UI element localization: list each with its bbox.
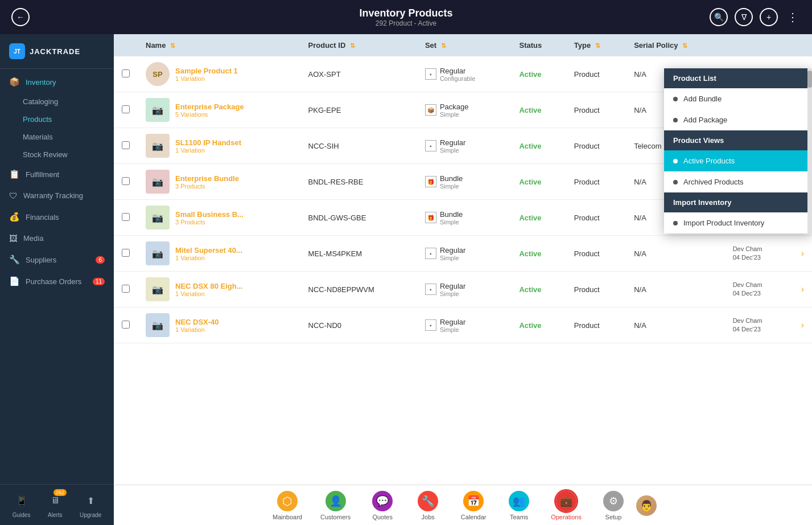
product-name[interactable]: NEC DSX-40	[175, 318, 219, 326]
sidebar-item-inventory[interactable]: 📦 Inventory	[0, 71, 114, 93]
active-products-label: Active Products	[683, 157, 735, 165]
set-type-icon: ▪	[425, 319, 436, 331]
filter-button[interactable]: ∇	[735, 8, 753, 26]
row-checkbox[interactable]	[122, 69, 130, 77]
col-product-id[interactable]: Product ID ⇅	[300, 34, 417, 56]
product-name[interactable]: Small Business B...	[175, 210, 244, 219]
nav-operations[interactable]: 💼 Operations	[542, 489, 591, 523]
row-checkbox[interactable]	[122, 213, 130, 221]
nav-mainboard[interactable]: ⬡ Mainboard	[263, 489, 311, 523]
table-header-row: Name ⇅ Product ID ⇅ Set ⇅ Status Type ⇅ …	[114, 34, 812, 56]
row-status-cell: Active	[511, 307, 566, 343]
product-id-value: MEL-MS4PKEM	[308, 249, 362, 258]
product-name[interactable]: Enterprise Bundle	[175, 174, 239, 183]
add-package-item[interactable]: Add Package	[664, 109, 812, 130]
product-variation[interactable]: 1 Variation	[175, 326, 219, 333]
alerts-button[interactable]: 262 🖥 Alerts	[46, 491, 64, 518]
product-variation[interactable]: 3 Products	[175, 219, 244, 225]
product-avatar: 📷	[146, 313, 170, 337]
serial-policy-value: N/A	[634, 285, 646, 294]
sidebar-item-products[interactable]: Products	[0, 110, 114, 128]
col-type[interactable]: Type ⇅	[566, 34, 626, 56]
back-button[interactable]: ←	[11, 8, 30, 26]
nav-teams[interactable]: 👥 Teams	[496, 489, 542, 523]
product-name[interactable]: NEC DSX 80 Eigh...	[175, 282, 242, 290]
guides-button[interactable]: 📱 Guides	[13, 491, 31, 518]
quotes-icon: 💬	[372, 491, 393, 511]
row-checkbox[interactable]	[122, 105, 130, 113]
add-button[interactable]: +	[760, 8, 778, 26]
row-type-cell: Product	[566, 164, 626, 200]
row-chevron-icon[interactable]: ›	[801, 320, 804, 330]
sidebar-item-stock-review[interactable]: Stock Review	[0, 146, 114, 163]
row-name-cell: 📷 Enterprise Bundle 3 Products	[138, 164, 300, 199]
row-serial-policy-cell: N/A	[626, 236, 725, 272]
sidebar-item-cataloging[interactable]: Cataloging	[0, 93, 114, 110]
sidebar-item-suppliers[interactable]: 🔧 Suppliers 6	[0, 249, 114, 270]
product-variation[interactable]: 1 Variation	[175, 255, 242, 261]
upgrade-button[interactable]: ⬆ Upgrade	[80, 491, 101, 518]
product-variation[interactable]: 1 Variation	[175, 75, 238, 82]
row-name-cell: 📷 NEC DSX 80 Eigh... 1 Variation	[138, 272, 300, 307]
row-checkbox[interactable]	[122, 141, 130, 149]
row-chevron-cell[interactable]: ›	[793, 272, 812, 307]
col-name[interactable]: Name ⇅	[138, 34, 300, 56]
nav-jobs[interactable]: 🔧 Jobs	[405, 489, 451, 523]
search-button[interactable]: 🔍	[710, 8, 728, 26]
row-product-id-cell: BNDL-GWS-GBE	[300, 200, 417, 236]
inventory-icon: 📦	[9, 77, 20, 87]
set-sub-label: Simple	[440, 111, 469, 118]
product-name[interactable]: Mitel Superset 40...	[175, 246, 242, 255]
row-chevron-icon[interactable]: ›	[801, 284, 804, 294]
product-variation[interactable]: 5 Variations	[175, 111, 244, 118]
add-bundle-item[interactable]: Add Bundle	[664, 88, 812, 109]
set-sub-label: Simple	[440, 255, 466, 261]
sidebar-item-financials[interactable]: 💰 Financials	[0, 206, 114, 228]
col-serial-policy[interactable]: Serial Policy ⇅	[626, 34, 725, 56]
nav-calendar[interactable]: 📅 Calendar	[451, 489, 496, 523]
product-id-value: NCC-SIH	[308, 142, 339, 150]
row-chevron-cell[interactable]: ›	[793, 307, 812, 343]
row-chevron-cell[interactable]: ›	[793, 236, 812, 272]
row-type-cell: Product	[566, 200, 626, 236]
sidebar-item-materials[interactable]: Materials	[0, 128, 114, 146]
nav-quotes[interactable]: 💬 Quotes	[360, 489, 405, 523]
row-chevron-icon[interactable]: ›	[801, 248, 804, 258]
warranty-label: Warranty Tracking	[23, 191, 83, 200]
sidebar-item-fulfillment[interactable]: 📋 Fulfillment	[0, 163, 114, 185]
purchase-orders-icon: 📄	[9, 276, 20, 286]
financials-icon: 💰	[9, 212, 20, 222]
sidebar-item-warranty-tracking[interactable]: 🛡 Warranty Tracking	[0, 185, 114, 206]
row-checkbox[interactable]	[122, 285, 130, 293]
page-title: Inventory Products	[359, 7, 452, 19]
row-checkbox[interactable]	[122, 321, 130, 329]
set-info: 🎁 Bundle Simple	[425, 210, 504, 225]
active-products-item[interactable]: Active Products	[664, 150, 812, 171]
upgrade-icon: ⬆	[81, 491, 100, 510]
col-set[interactable]: Set ⇅	[417, 34, 512, 56]
operations-label: Operations	[551, 514, 582, 520]
set-type-icon: ▪	[425, 284, 436, 295]
product-name[interactable]: Sample Product 1	[175, 67, 238, 75]
sidebar-item-purchase-orders[interactable]: 📄 Purchase Orders 11	[0, 270, 114, 292]
set-type-label: Bundle	[440, 210, 463, 219]
import-dot	[673, 221, 678, 225]
dropdown-scrollbar[interactable]	[807, 68, 812, 233]
archived-products-item[interactable]: Archived Products	[664, 171, 812, 192]
row-checkbox[interactable]	[122, 249, 130, 257]
nav-customers[interactable]: 👤 Customers	[311, 489, 360, 523]
product-variation[interactable]: 1 Variation	[175, 147, 241, 154]
nav-setup[interactable]: ⚙ Setup	[591, 489, 636, 523]
product-name[interactable]: Enterprise Package	[175, 102, 244, 111]
sidebar-item-media[interactable]: 🖼 Media	[0, 228, 114, 249]
product-variation[interactable]: 3 Products	[175, 183, 239, 190]
more-options-button[interactable]: ⋮	[785, 8, 801, 26]
user-avatar[interactable]: 👨	[636, 495, 657, 516]
product-variation[interactable]: 1 Variation	[175, 290, 242, 297]
row-checkbox[interactable]	[122, 177, 130, 185]
add-bundle-label: Add Bundle	[683, 95, 722, 103]
product-name[interactable]: SL1100 IP Handset	[175, 138, 241, 147]
import-product-inventory-item[interactable]: Import Product Inventory	[664, 212, 812, 233]
jobs-icon: 🔧	[418, 491, 438, 511]
set-sub-label: Simple	[440, 183, 463, 190]
